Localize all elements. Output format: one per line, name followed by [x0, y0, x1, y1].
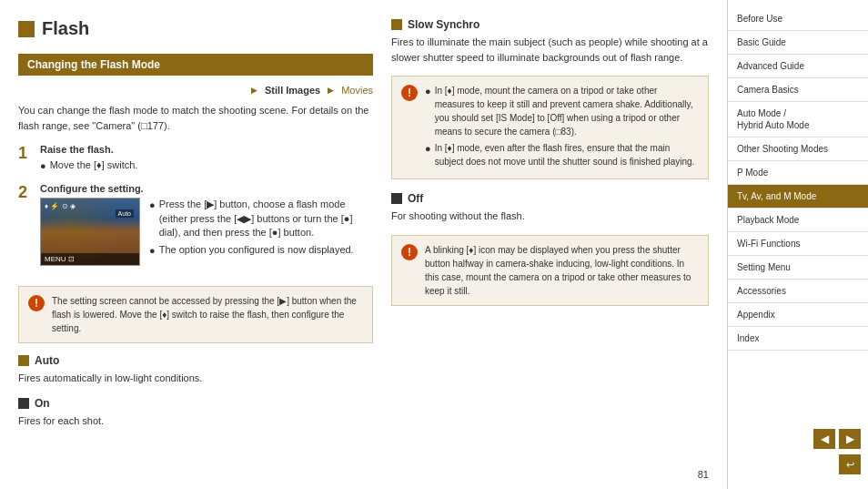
sidebar-item-wifi[interactable]: Wi-Fi Functions	[728, 232, 868, 256]
camera-row: ♦ ⚡ ⊙ ◈ Auto MENU ⊡ ● Press the [▶] butt…	[40, 198, 373, 266]
on-section: On Fires for each shot.	[18, 397, 373, 429]
sidebar-item-playback[interactable]: Playback Mode	[728, 209, 868, 232]
auto-section: Auto Fires automatically in low-light co…	[18, 354, 373, 386]
bullet-icon-2: ●	[149, 199, 156, 239]
camera-icons: ♦ ⚡ ⊙ ◈	[45, 202, 76, 210]
step-2-number: 2	[18, 183, 33, 275]
sidebar-item-index[interactable]: Index	[728, 327, 868, 351]
off-warning-text: A blinking [♦] icon may be displayed whe…	[425, 243, 699, 298]
off-text: For shooting without the flash.	[391, 209, 709, 224]
step-1-title: Raise the flash.	[40, 144, 373, 155]
warning-box: ! The setting screen cannot be accessed …	[18, 286, 373, 343]
still-images-label: Still Images	[265, 85, 320, 96]
warning-text: The setting screen cannot be accessed by…	[52, 294, 363, 335]
step-2-bullets: ● Press the [▶] button, choose a flash m…	[149, 198, 373, 266]
bottom-nav: ◀ ▶ ↩	[728, 422, 868, 482]
sidebar-item-appendix[interactable]: Appendix	[728, 303, 868, 327]
off-section: Off For shooting without the flash. ! A …	[391, 192, 709, 306]
bullet-icon: ●	[40, 159, 46, 173]
step-1: 1 Raise the flash. ● Move the [♦] switch…	[18, 144, 373, 176]
main-content: Flash Changing the Flash Mode ▶ Still Im…	[0, 0, 727, 489]
sidebar-item-setting-menu[interactable]: Setting Menu	[728, 256, 868, 280]
off-warning-box: ! A blinking [♦] icon may be displayed w…	[391, 235, 709, 306]
auto-title: Auto	[18, 354, 373, 367]
sidebar-item-tv-av[interactable]: Tv, Av, and M Mode	[728, 185, 868, 209]
arrow-right-icon: ▶	[251, 86, 257, 95]
sidebar-item-advanced-guide[interactable]: Advanced Guide	[728, 55, 868, 78]
step-2: 2 Configure the setting. ♦ ⚡ ⊙ ◈ Auto ME…	[18, 183, 373, 275]
step-1-number: 1	[18, 144, 33, 176]
camera-overlay: MENU ⊡	[41, 253, 139, 265]
warning-icon: !	[28, 295, 45, 311]
step-1-bullet-1: ● Move the [♦] switch.	[40, 158, 373, 173]
slow-synchro-info-bullet-1: ● In [♦] mode, mount the camera on a tri…	[425, 84, 699, 138]
prev-button[interactable]: ◀	[813, 429, 835, 449]
slow-synchro-section: Slow Synchro Fires to illuminate the mai…	[391, 18, 709, 179]
arrow-right-icon-2: ▶	[328, 86, 334, 95]
section-header: Changing the Flash Mode	[18, 54, 373, 76]
step-2-title: Configure the setting.	[40, 183, 373, 194]
on-icon	[18, 398, 29, 409]
movies-label: Movies	[341, 85, 373, 96]
intro-text: You can change the flash mode to match t…	[18, 103, 373, 133]
step-2-content: Configure the setting. ♦ ⚡ ⊙ ◈ Auto MENU…	[40, 183, 373, 275]
sidebar-item-p-mode[interactable]: P Mode	[728, 161, 868, 185]
off-warning-icon: !	[401, 244, 418, 260]
on-text: Fires for each shot.	[18, 413, 373, 429]
camera-image: ♦ ⚡ ⊙ ◈ Auto MENU ⊡	[40, 198, 140, 266]
nav-arrows: ◀ ▶	[813, 429, 861, 449]
bullet-icon-5: ●	[425, 142, 431, 168]
step-2-bullet-1: ● Press the [▶] button, choose a flash m…	[149, 198, 373, 239]
step-1-content: Raise the flash. ● Move the [♦] switch.	[40, 144, 373, 176]
slow-synchro-text: Fires to illuminate the main subject (su…	[391, 35, 709, 65]
page-number: 81	[698, 469, 709, 480]
sidebar-item-before-use[interactable]: Before Use	[728, 7, 868, 31]
image-type-bar: ▶ Still Images ▶ Movies	[18, 85, 373, 96]
off-title: Off	[391, 192, 709, 205]
sidebar-item-auto-mode[interactable]: Auto Mode /Hybrid Auto Mode	[728, 102, 868, 138]
step-2-bullet-2: ● The option you configured is now displ…	[149, 243, 373, 258]
camera-auto-label: Auto	[116, 209, 134, 218]
sidebar-nav: Before Use Basic Guide Advanced Guide Ca…	[728, 7, 868, 351]
slow-synchro-info-box: ! ● In [♦] mode, mount the camera on a t…	[391, 76, 709, 179]
next-button[interactable]: ▶	[839, 429, 861, 449]
on-title: On	[18, 397, 373, 410]
off-icon	[391, 193, 402, 204]
flash-title-icon	[18, 21, 35, 37]
slow-synchro-icon	[391, 19, 402, 30]
auto-icon	[18, 355, 29, 366]
slow-synchro-info-content: ● In [♦] mode, mount the camera on a tri…	[425, 84, 699, 171]
auto-text: Fires automatically in low-light conditi…	[18, 371, 373, 386]
sidebar-item-accessories[interactable]: Accessories	[728, 280, 868, 303]
bullet-icon-4: ●	[425, 85, 431, 138]
left-panel: Flash Changing the Flash Mode ▶ Still Im…	[18, 18, 373, 471]
sidebar-item-other-shooting[interactable]: Other Shooting Modes	[728, 138, 868, 161]
slow-synchro-info-bullet-2: ● In [♦] mode, even after the flash fire…	[425, 141, 699, 168]
sidebar: Before Use Basic Guide Advanced Guide Ca…	[727, 0, 868, 489]
bullet-icon-3: ●	[149, 244, 156, 258]
home-button[interactable]: ↩	[839, 454, 861, 474]
page-title-bar: Flash	[18, 18, 373, 39]
sidebar-item-basic-guide[interactable]: Basic Guide	[728, 31, 868, 55]
slow-synchro-info-icon: !	[401, 85, 418, 101]
right-panel: Slow Synchro Fires to illuminate the mai…	[391, 18, 709, 471]
page-title: Flash	[42, 18, 89, 39]
sidebar-item-camera-basics[interactable]: Camera Basics	[728, 78, 868, 102]
slow-synchro-title: Slow Synchro	[391, 18, 709, 31]
